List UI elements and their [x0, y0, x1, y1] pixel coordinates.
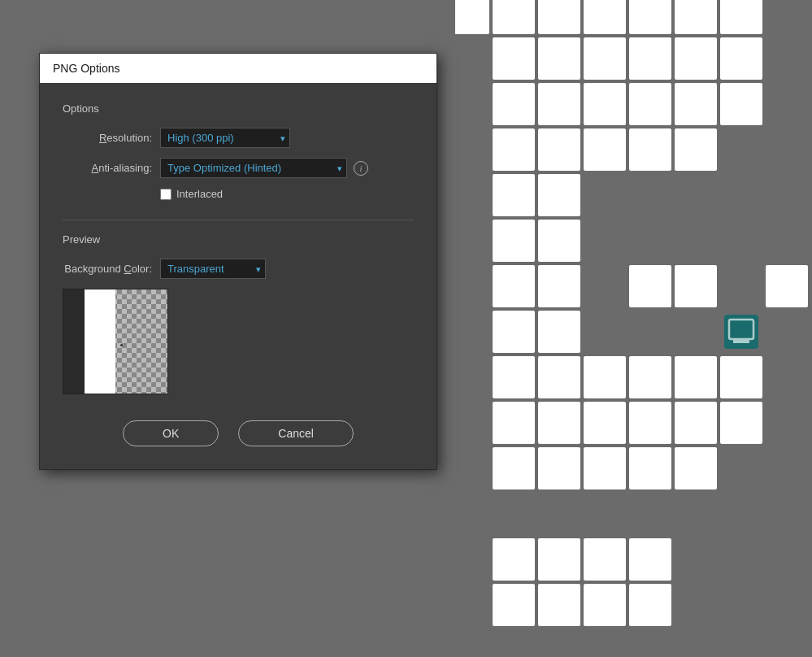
pixel-cell-empty: [455, 311, 489, 353]
pixel-cell: [584, 538, 626, 581]
pixel-cell: [584, 0, 626, 34]
pixel-cell: [720, 402, 762, 444]
pixel-cell-empty: [584, 174, 626, 216]
pixel-cell: [538, 128, 580, 171]
pixel-cell-empty: [720, 493, 762, 535]
pixel-cell: [493, 220, 535, 262]
pixel-cell: [629, 402, 671, 444]
antialiasing-label-text: Anti-aliasing:: [92, 162, 152, 174]
pixel-cell: [538, 0, 580, 34]
pixel-cell: [675, 265, 717, 307]
pixel-cell-empty: [720, 220, 762, 262]
background-color-dropdown[interactable]: Transparent White Black Matte: [160, 259, 266, 279]
pixel-grid-area: [455, 0, 812, 657]
pixel-cell: [766, 265, 808, 307]
pixel-cell-empty: [584, 311, 626, 353]
pixel-cell: [584, 447, 626, 489]
preview-dark-band: [63, 289, 85, 394]
pixel-cell-empty: [766, 493, 808, 535]
pixel-cell-empty: [455, 174, 489, 216]
pixel-cell: [538, 538, 580, 581]
svg-rect-1: [734, 339, 749, 343]
pixel-cell-empty: [455, 265, 489, 307]
info-icon[interactable]: i: [354, 161, 368, 176]
pixel-cell-empty: [538, 493, 580, 535]
pixel-cell-empty: [766, 447, 808, 489]
preview-section: Preview Background Color: Transparent Wh…: [63, 233, 414, 394]
pixel-cell: [493, 0, 535, 34]
preview-image: [63, 289, 168, 394]
resolution-label-text: Resolution:: [99, 132, 152, 144]
pixel-cell-empty: [455, 402, 489, 444]
pixel-cell: [493, 174, 535, 216]
pixel-cell-empty: [720, 128, 762, 171]
pixel-cell: [720, 356, 762, 398]
antialiasing-dropdown[interactable]: None Art Optimized (Supersampling) Type …: [160, 158, 347, 178]
pixel-cell-empty: [720, 538, 762, 581]
pixel-cell: [675, 128, 717, 171]
pixel-cell: [584, 584, 626, 626]
pixel-cell-empty: [455, 128, 489, 171]
interlaced-checkbox[interactable]: [160, 189, 172, 200]
pixel-cell-empty: [766, 402, 808, 444]
pixel-cell: [493, 447, 535, 489]
pixel-cell-empty: [766, 311, 808, 353]
pixel-cell: [538, 37, 580, 80]
pixel-cell-empty: [455, 493, 489, 535]
pixel-cell: [629, 447, 671, 489]
bg-color-dropdown-wrapper: Transparent White Black Matte ▾: [160, 259, 266, 279]
png-options-dialog: PNG Options Options Resolution: Low (72 …: [39, 53, 437, 470]
pixel-cell: [493, 538, 535, 581]
pixel-cell: [675, 356, 717, 398]
resolution-dropdown[interactable]: Low (72 ppi) Medium (150 ppi) High (300 …: [160, 128, 290, 148]
pixel-cell-empty: [675, 493, 717, 535]
pixel-cell: [584, 37, 626, 80]
pixel-cell: [629, 265, 671, 307]
options-section: Options Resolution: Low (72 ppi) Medium …: [63, 102, 414, 200]
pixel-cell: [493, 584, 535, 626]
pixel-cell-empty: [766, 83, 808, 125]
pixel-cell: [584, 402, 626, 444]
pixel-cell: [675, 402, 717, 444]
dialog-body: Options Resolution: Low (72 ppi) Medium …: [40, 83, 436, 469]
pixel-cell: [538, 584, 580, 626]
pixel-cell-empty: [675, 220, 717, 262]
pixel-cell: [538, 311, 580, 353]
pixel-cell-empty: [766, 37, 808, 80]
pixel-cell: [538, 447, 580, 489]
preview-section-label: Preview: [63, 233, 414, 246]
pixel-cell-empty: [675, 174, 717, 216]
pixel-cell: [675, 83, 717, 125]
pixel-cell: [720, 83, 762, 125]
pixel-cell: [584, 356, 626, 398]
pixel-cell-empty: [766, 356, 808, 398]
pixel-cell-empty: [766, 128, 808, 171]
dialog-titlebar: PNG Options: [40, 54, 436, 83]
pixel-cell-empty: [455, 83, 489, 125]
pixel-cell: [493, 311, 535, 353]
options-section-label: Options: [63, 102, 414, 115]
pixel-cell: [538, 265, 580, 307]
resolution-row: Resolution: Low (72 ppi) Medium (150 ppi…: [63, 128, 414, 148]
pixel-cell-empty: [766, 220, 808, 262]
pixel-cell: [629, 356, 671, 398]
interlaced-label[interactable]: Interlaced: [176, 188, 223, 200]
background-color-row: Background Color: Transparent White Blac…: [63, 259, 414, 279]
pixel-cell: [538, 220, 580, 262]
button-row: OK Cancel: [63, 420, 414, 446]
pixel-cell: [629, 538, 671, 581]
pixel-cell-empty: [455, 220, 489, 262]
pixel-cell: [538, 174, 580, 216]
pixel-cell: [584, 128, 626, 171]
pixel-cell: [493, 128, 535, 171]
interlaced-row: Interlaced: [160, 188, 414, 200]
pixel-cell-empty: [675, 311, 717, 353]
cancel-button[interactable]: Cancel: [238, 420, 354, 446]
pixel-cell: [629, 37, 671, 80]
pixel-cell: [629, 83, 671, 125]
pixel-cell-empty: [766, 0, 808, 34]
pixel-cell-empty: [584, 220, 626, 262]
pixel-cell: [493, 37, 535, 80]
ok-button[interactable]: OK: [123, 420, 219, 446]
section-divider: [63, 220, 414, 220]
